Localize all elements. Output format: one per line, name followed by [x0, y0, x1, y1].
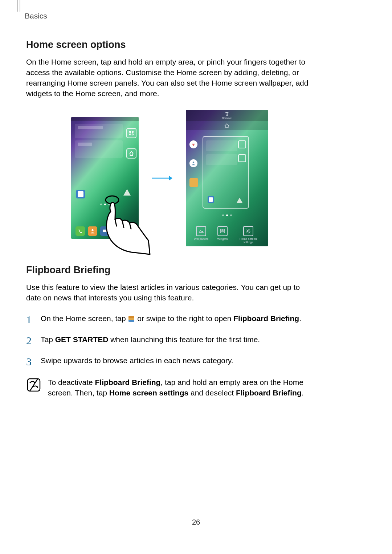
- para-flipboard-briefing: Use this feature to view the latest arti…: [26, 282, 313, 303]
- wallpapers-icon: [196, 226, 206, 236]
- step-number: 1: [26, 314, 34, 325]
- step-number: 2: [26, 335, 34, 346]
- flipboard-tile-icon: [128, 316, 134, 322]
- svg-point-0: [130, 131, 131, 133]
- folder-icon: [76, 190, 85, 198]
- step-number: 3: [26, 356, 34, 367]
- heading-flipboard-briefing: Flipboard Briefing: [26, 264, 313, 276]
- page-tab-mark: [17, 0, 20, 12]
- home-icon: [238, 154, 246, 162]
- phone-mock-after: Remove Wallpapers: [186, 110, 268, 246]
- svg-point-9: [127, 231, 128, 232]
- trash-icon: [224, 111, 229, 116]
- step-1: 1 On the Home screen, tap or swipe to th…: [26, 314, 313, 325]
- svg-point-10: [129, 231, 130, 232]
- favorite-icon: [189, 140, 197, 148]
- svg-point-4: [91, 229, 93, 231]
- figure-home-screen-options: Remove Wallpapers: [26, 110, 313, 246]
- profile-icon: [189, 159, 197, 167]
- settings-label: Home screen settings: [237, 238, 260, 244]
- svg-point-3: [132, 134, 134, 135]
- svg-point-14: [131, 233, 132, 234]
- para-home-screen-options: On the Home screen, tap and hold an empt…: [26, 57, 313, 99]
- home-icon: [126, 148, 136, 159]
- apps-drawer-icon: [125, 226, 134, 236]
- svg-rect-5: [103, 230, 107, 232]
- internet-app-icon: [113, 226, 122, 236]
- svg-point-17: [193, 161, 195, 163]
- app-shortcut-icon: [237, 198, 242, 203]
- option-wallpapers: Wallpapers: [194, 226, 208, 244]
- svg-point-12: [127, 233, 128, 234]
- selected-panel: [203, 136, 249, 209]
- app-shortcut-icon: [123, 189, 131, 196]
- messages-app-icon: [100, 226, 110, 236]
- svg-point-6: [127, 229, 128, 230]
- widgets-icon: [217, 226, 228, 236]
- option-widgets: Widgets: [217, 226, 228, 244]
- step-text: On the Home screen, tap or swipe to the …: [41, 314, 301, 323]
- note: To deactivate Flipboard Briefing, tap an…: [26, 377, 313, 398]
- step-text: Tap GET STARTED when launching this feat…: [41, 335, 260, 344]
- steps-list: 1 On the Home screen, tap or swipe to th…: [26, 314, 313, 367]
- step-3: 3 Swipe upwards to browse articles in ea…: [26, 356, 313, 367]
- svg-point-2: [130, 134, 131, 135]
- svg-point-11: [131, 231, 132, 232]
- option-home-screen-settings: Home screen settings: [237, 226, 260, 244]
- phone-mock-before: [71, 117, 139, 239]
- svg-point-1: [132, 131, 134, 133]
- apps-grid-icon: [238, 140, 246, 148]
- svg-point-21: [247, 230, 249, 232]
- svg-point-15: [106, 196, 119, 204]
- home-outline-icon: [224, 123, 230, 128]
- svg-rect-20: [221, 231, 225, 233]
- widgets-label: Widgets: [217, 238, 228, 241]
- page-number: 26: [0, 518, 392, 526]
- step-2: 2 Tap GET STARTED when launching this fe…: [26, 335, 313, 346]
- folder-icon: [208, 196, 214, 203]
- step-text: Swipe upwards to browse articles in each…: [41, 356, 233, 365]
- tap-and-hold-hand-icon: [102, 193, 153, 255]
- svg-rect-19: [223, 229, 224, 231]
- note-icon: [26, 377, 41, 393]
- breadcrumb: Basics: [25, 12, 47, 20]
- arrow-right-icon: [151, 175, 173, 182]
- contacts-app-icon: [88, 226, 97, 236]
- svg-point-8: [131, 229, 132, 230]
- svg-point-13: [129, 233, 130, 234]
- note-text: To deactivate Flipboard Briefing, tap an…: [48, 377, 313, 398]
- wallpapers-label: Wallpapers: [194, 238, 208, 241]
- phone-app-icon: [75, 226, 85, 236]
- settings-gear-icon: [243, 226, 253, 236]
- heading-home-screen-options: Home screen options: [26, 39, 313, 50]
- svg-point-7: [129, 229, 130, 230]
- apps-grid-icon: [126, 128, 136, 138]
- svg-rect-18: [221, 229, 222, 231]
- gallery-thumb-icon: [189, 178, 198, 187]
- remove-label: Remove: [222, 117, 232, 119]
